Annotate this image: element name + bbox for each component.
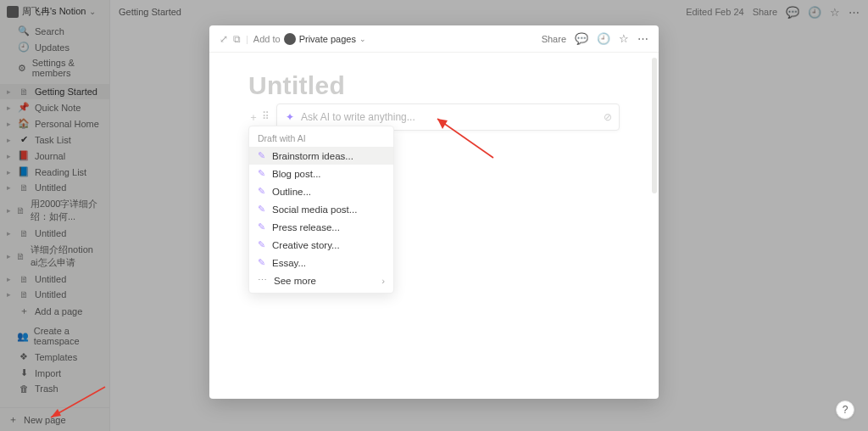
ai-menu-item[interactable]: ✎Social media post...: [249, 200, 393, 218]
ai-menu-item-label: Brainstorm ideas...: [272, 151, 353, 161]
scrollbar[interactable]: [652, 58, 657, 193]
pen-icon: ✎: [258, 186, 265, 197]
ai-menu-header: Draft with AI: [249, 130, 393, 147]
ai-menu-item[interactable]: ✎Essay...: [249, 254, 393, 271]
pen-icon: ✎: [258, 221, 265, 232]
ai-menu-item-label: Social media post...: [272, 204, 357, 215]
chevron-down-icon: ⌄: [359, 35, 366, 43]
pen-icon: ✎: [258, 168, 265, 179]
destination-avatar-icon: [284, 33, 296, 45]
clear-icon[interactable]: ⊘: [604, 111, 612, 123]
drag-handle-icon[interactable]: ⠿: [262, 110, 270, 125]
ai-draft-menu: Draft with AI ✎Brainstorm ideas...✎Blog …: [248, 126, 394, 294]
sparkle-icon: ✦: [286, 111, 294, 123]
ai-menu-item[interactable]: ✎Creative story...: [249, 236, 393, 254]
modal-topbar: ⤢ ⧉ | Add to Private pages ⌄ Share 💬 🕘 ☆…: [209, 25, 659, 53]
ai-menu-item-label: Essay...: [272, 258, 306, 268]
comments-icon[interactable]: 💬: [575, 32, 588, 45]
peek-icon[interactable]: ⧉: [233, 33, 241, 45]
ai-menu-item-label: Press release...: [272, 222, 340, 232]
add-to-label: Add to: [253, 34, 281, 44]
pen-icon: ✎: [258, 150, 265, 161]
new-page-modal: ⤢ ⧉ | Add to Private pages ⌄ Share 💬 🕘 ☆…: [209, 25, 659, 399]
expand-icon[interactable]: ⤢: [220, 33, 228, 45]
history-icon[interactable]: 🕘: [597, 32, 610, 45]
help-button[interactable]: ?: [836, 400, 854, 419]
add-to-selector[interactable]: Add to Private pages ⌄: [253, 33, 366, 45]
ai-menu-see-more[interactable]: ⋯ See more: [249, 271, 393, 289]
modal-overlay[interactable]: ⤢ ⧉ | Add to Private pages ⌄ Share 💬 🕘 ☆…: [0, 0, 868, 431]
ai-menu-item[interactable]: ✎Blog post...: [249, 165, 393, 182]
pen-icon: ✎: [258, 204, 265, 215]
ai-menu-item[interactable]: ✎Outline...: [249, 182, 393, 200]
ai-menu-item[interactable]: ✎Brainstorm ideas...: [249, 147, 393, 165]
ai-menu-item-label: Blog post...: [272, 169, 321, 179]
ai-menu-item-label: Creative story...: [272, 240, 340, 250]
modal-share-button[interactable]: Share: [542, 34, 566, 44]
page-title[interactable]: Untitled: [248, 71, 620, 100]
ellipsis-icon: ⋯: [258, 275, 267, 286]
ai-menu-item[interactable]: ✎Press release...: [249, 218, 393, 236]
add-block-icon[interactable]: ＋: [248, 110, 259, 125]
pen-icon: ✎: [258, 239, 265, 250]
add-to-destination: Private pages: [299, 34, 356, 44]
pen-icon: ✎: [258, 257, 265, 268]
more-icon[interactable]: ⋯: [637, 32, 648, 45]
star-icon[interactable]: ☆: [619, 32, 629, 45]
ai-menu-item-label: Outline...: [272, 187, 311, 197]
ai-input[interactable]: [301, 111, 610, 123]
